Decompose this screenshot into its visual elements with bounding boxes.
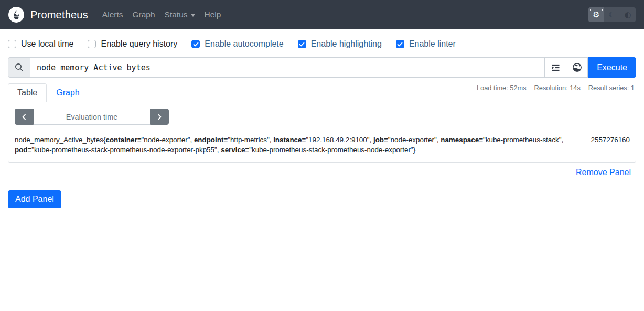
gear-icon: ⚙ [593, 10, 599, 19]
navbar: Prometheus Alerts Graph Status Help ⚙ ☾ … [0, 0, 644, 29]
search-addon [8, 57, 30, 78]
option-enable-highlighting[interactable]: Enable highlighting [298, 39, 382, 49]
option-label: Use local time [21, 39, 73, 49]
evaluation-time-input[interactable] [34, 109, 150, 125]
moon-icon: ☾ [608, 10, 615, 19]
globe-icon [572, 62, 582, 72]
option-label: Enable linter [409, 39, 456, 49]
nav-item-alerts[interactable]: Alerts [98, 6, 128, 24]
brand[interactable]: Prometheus [8, 7, 88, 23]
nav-item-label: Alerts [102, 10, 123, 19]
query-input-group: Execute [8, 57, 636, 78]
nav-links: Alerts Graph Status Help [98, 6, 226, 24]
table-row: node_memory_Active_bytes{container="node… [15, 135, 630, 155]
option-enable-query-history[interactable]: Enable query history [88, 39, 177, 49]
check-icon [397, 41, 403, 47]
indent-list-icon [551, 63, 561, 72]
nav-item-label: Graph [132, 10, 155, 19]
checkbox-enable-query-history[interactable] [88, 40, 96, 48]
checkbox-enable-linter[interactable] [396, 40, 404, 48]
theme-light-button[interactable]: ⚙ [588, 7, 604, 22]
theme-dark-button[interactable]: ☾ [604, 7, 620, 22]
expression-input[interactable] [30, 57, 545, 78]
option-label: Enable highlighting [311, 39, 382, 49]
check-icon [193, 41, 199, 47]
brand-name: Prometheus [30, 9, 88, 21]
load-time: Load time: 52ms [477, 84, 527, 92]
panel-tabs: Table Graph Load time: 52ms Resolution: … [8, 83, 636, 102]
tab-table[interactable]: Table [8, 83, 47, 102]
option-enable-autocomplete[interactable]: Enable autocomplete [191, 39, 283, 49]
tab-graph[interactable]: Graph [47, 83, 89, 102]
result-series: Result series: 1 [588, 84, 635, 92]
check-icon [299, 41, 305, 47]
resolution: Resolution: 14s [534, 84, 581, 92]
checkbox-enable-highlighting[interactable] [298, 40, 306, 48]
options-row: Use local timeEnable query historyEnable… [8, 39, 636, 49]
evaluation-time-group [15, 109, 169, 125]
nav-item-help[interactable]: Help [200, 6, 226, 24]
chevron-right-icon [156, 113, 163, 121]
chevron-down-icon [191, 14, 195, 17]
option-label: Enable query history [101, 39, 177, 49]
checkbox-use-local-time[interactable] [8, 40, 16, 48]
execute-button[interactable]: Execute [588, 57, 636, 78]
metric-value: 2557276160 [591, 135, 630, 145]
metrics-explorer-button[interactable] [566, 57, 588, 78]
table-panel: node_memory_Active_bytes{container="node… [8, 102, 636, 163]
query-history-button[interactable] [545, 57, 566, 78]
nav-item-label: Status [165, 10, 188, 19]
nav-item-status-dropdown[interactable]: Status [160, 6, 200, 24]
nav-item-label: Help [205, 10, 221, 19]
option-label: Enable autocomplete [205, 39, 283, 49]
remove-panel-link[interactable]: Remove Panel [576, 168, 631, 177]
chevron-left-icon [21, 113, 27, 121]
option-enable-linter[interactable]: Enable linter [396, 39, 456, 49]
add-panel-button[interactable]: Add Panel [8, 190, 61, 208]
theme-toggle-group: ⚙ ☾ ◐ [588, 7, 636, 22]
increase-time-button[interactable] [150, 109, 169, 125]
search-icon [15, 63, 24, 72]
result-table: node_memory_Active_bytes{container="node… [15, 131, 630, 155]
decrease-time-button[interactable] [15, 109, 34, 125]
metric-expression: node_memory_Active_bytes{container="node… [15, 135, 591, 155]
query-stats: Load time: 52ms Resolution: 14s Result s… [477, 84, 635, 92]
remove-panel-row: Remove Panel [8, 168, 636, 177]
prometheus-logo-icon [8, 7, 24, 23]
nav-item-graph[interactable]: Graph [127, 6, 159, 24]
checkbox-enable-autocomplete[interactable] [191, 40, 200, 48]
theme-auto-button[interactable]: ◐ [620, 7, 636, 22]
option-use-local-time[interactable]: Use local time [8, 39, 73, 49]
contrast-icon: ◐ [624, 10, 631, 19]
